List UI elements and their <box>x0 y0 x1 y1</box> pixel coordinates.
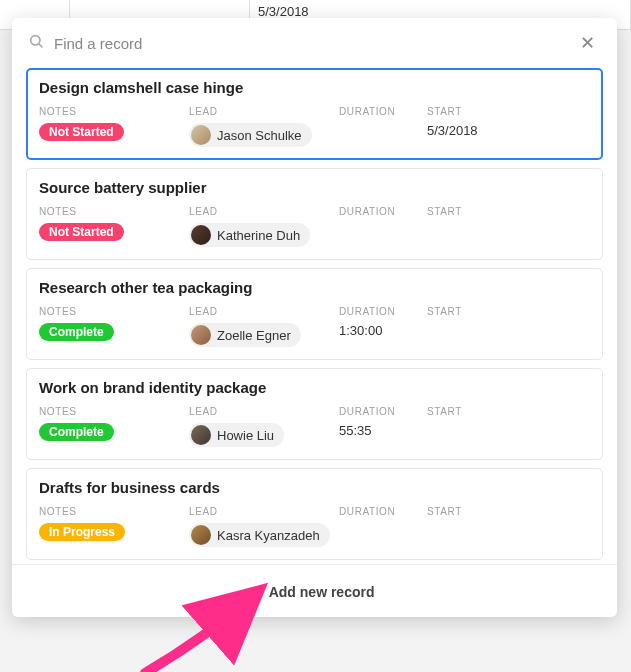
field-label-notes: NOTES <box>39 106 189 117</box>
field-notes: NOTESIn Progress <box>39 506 189 547</box>
field-label-notes: NOTES <box>39 306 189 317</box>
field-start: START5/3/2018 <box>427 106 590 147</box>
modal-footer: + Add new record <box>12 564 617 617</box>
avatar <box>191 525 211 545</box>
field-label-notes: NOTES <box>39 406 189 417</box>
field-label-lead: LEAD <box>189 306 339 317</box>
svg-line-1 <box>39 44 42 47</box>
record-card[interactable]: Research other tea packagingNOTESComplet… <box>26 268 603 360</box>
plus-icon: + <box>255 584 263 600</box>
record-title: Work on brand identity package <box>39 379 590 396</box>
status-badge: Not Started <box>39 223 124 241</box>
avatar <box>191 225 211 245</box>
status-badge: Not Started <box>39 123 124 141</box>
record-card[interactable]: Source battery supplierNOTESNot StartedL… <box>26 168 603 260</box>
lead-name: Zoelle Egner <box>217 328 291 343</box>
record-title: Design clamshell case hinge <box>39 79 590 96</box>
avatar <box>191 425 211 445</box>
close-icon[interactable]: ✕ <box>576 32 599 54</box>
field-duration: DURATION <box>339 106 427 147</box>
field-label-lead: LEAD <box>189 406 339 417</box>
lead-name: Kasra Kyanzadeh <box>217 528 320 543</box>
field-notes: NOTESComplete <box>39 406 189 447</box>
field-label-lead: LEAD <box>189 206 339 217</box>
status-badge: Complete <box>39 423 114 441</box>
record-fields: NOTESCompleteLEADHowie LiuDURATION55:35S… <box>39 406 590 447</box>
avatar <box>191 325 211 345</box>
field-label-start: START <box>427 206 590 217</box>
status-badge: In Progress <box>39 523 125 541</box>
record-title: Drafts for business cards <box>39 479 590 496</box>
field-lead: LEADJason Schulke <box>189 106 339 147</box>
record-fields: NOTESNot StartedLEADJason SchulkeDURATIO… <box>39 106 590 147</box>
field-label-lead: LEAD <box>189 506 339 517</box>
add-record-label: Add new record <box>269 584 375 600</box>
record-card[interactable]: Work on brand identity packageNOTESCompl… <box>26 368 603 460</box>
start-value: 5/3/2018 <box>427 123 590 138</box>
lead-chip: Zoelle Egner <box>189 323 301 347</box>
field-label-start: START <box>427 306 590 317</box>
duration-value: 55:35 <box>339 423 427 438</box>
field-duration: DURATION55:35 <box>339 406 427 447</box>
field-start: START <box>427 206 590 247</box>
field-label-notes: NOTES <box>39 206 189 217</box>
records-list: Design clamshell case hingeNOTESNot Star… <box>12 68 617 564</box>
field-label-notes: NOTES <box>39 506 189 517</box>
field-label-lead: LEAD <box>189 106 339 117</box>
lead-name: Howie Liu <box>217 428 274 443</box>
avatar <box>191 125 211 145</box>
record-fields: NOTESIn ProgressLEADKasra KyanzadehDURAT… <box>39 506 590 547</box>
field-label-duration: DURATION <box>339 306 427 317</box>
field-label-start: START <box>427 506 590 517</box>
field-label-duration: DURATION <box>339 406 427 417</box>
field-duration: DURATION <box>339 506 427 547</box>
record-fields: NOTESNot StartedLEADKatherine DuhDURATIO… <box>39 206 590 247</box>
field-lead: LEADKasra Kyanzadeh <box>189 506 339 547</box>
search-input[interactable] <box>54 35 566 52</box>
field-start: START <box>427 406 590 447</box>
record-picker-modal: ✕ Design clamshell case hingeNOTESNot St… <box>12 18 617 617</box>
field-start: START <box>427 306 590 347</box>
field-label-duration: DURATION <box>339 106 427 117</box>
record-card[interactable]: Design clamshell case hingeNOTESNot Star… <box>26 68 603 160</box>
field-duration: DURATION <box>339 206 427 247</box>
lead-name: Katherine Duh <box>217 228 300 243</box>
lead-chip: Katherine Duh <box>189 223 310 247</box>
field-lead: LEADHowie Liu <box>189 406 339 447</box>
record-card[interactable]: Drafts for business cardsNOTESIn Progres… <box>26 468 603 560</box>
lead-chip: Howie Liu <box>189 423 284 447</box>
field-start: START <box>427 506 590 547</box>
record-title: Research other tea packaging <box>39 279 590 296</box>
field-label-start: START <box>427 106 590 117</box>
status-badge: Complete <box>39 323 114 341</box>
field-label-start: START <box>427 406 590 417</box>
search-icon <box>28 33 44 53</box>
add-new-record-button[interactable]: + Add new record <box>255 584 375 600</box>
record-title: Source battery supplier <box>39 179 590 196</box>
field-notes: NOTESNot Started <box>39 106 189 147</box>
field-notes: NOTESComplete <box>39 306 189 347</box>
search-row: ✕ <box>12 18 617 68</box>
field-label-duration: DURATION <box>339 506 427 517</box>
lead-chip: Jason Schulke <box>189 123 312 147</box>
field-duration: DURATION1:30:00 <box>339 306 427 347</box>
field-notes: NOTESNot Started <box>39 206 189 247</box>
duration-value: 1:30:00 <box>339 323 427 338</box>
lead-name: Jason Schulke <box>217 128 302 143</box>
field-label-duration: DURATION <box>339 206 427 217</box>
field-lead: LEADZoelle Egner <box>189 306 339 347</box>
lead-chip: Kasra Kyanzadeh <box>189 523 330 547</box>
field-lead: LEADKatherine Duh <box>189 206 339 247</box>
record-fields: NOTESCompleteLEADZoelle EgnerDURATION1:3… <box>39 306 590 347</box>
